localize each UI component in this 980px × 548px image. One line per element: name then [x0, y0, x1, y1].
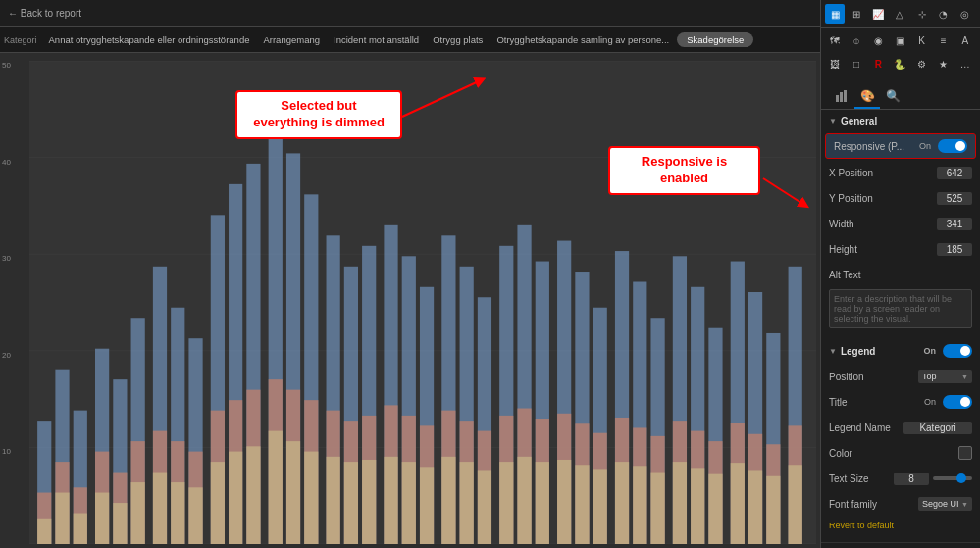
responsive-toggle[interactable] [938, 139, 967, 153]
title-toggle[interactable] [943, 395, 972, 409]
svg-rect-21 [113, 503, 127, 544]
legend-name-label: Legend Name [829, 423, 903, 433]
cat-tab-4[interactable]: Otrygg plats [427, 32, 489, 47]
legend-header[interactable]: ▼ Legend On [821, 338, 980, 364]
bar-chart-icon[interactable]: ▦ [825, 4, 845, 24]
color-swatch[interactable] [958, 446, 972, 460]
x-position-value[interactable]: 642 [937, 167, 972, 179]
more-icon[interactable]: … [955, 54, 975, 74]
text-size-slider[interactable] [933, 476, 972, 480]
gauge-icon[interactable]: ◉ [868, 30, 888, 50]
cat-tab-3[interactable]: Incident mot anställd [328, 32, 425, 47]
custom2-icon[interactable]: ★ [934, 54, 954, 74]
width-label: Width [829, 219, 937, 229]
cat-tab-1[interactable]: Annat otrygghetskapande eller ordningsst… [43, 32, 256, 47]
svg-rect-54 [327, 457, 340, 544]
svg-rect-78 [478, 470, 491, 544]
svg-rect-87 [536, 462, 549, 544]
width-value[interactable]: 341 [937, 218, 972, 230]
svg-rect-105 [650, 473, 664, 544]
chart-panel: ← Back to report Kategori Annat otrygghe… [0, 0, 820, 548]
svg-rect-57 [344, 462, 358, 544]
position-row: Position Top ▼ [821, 364, 980, 389]
svg-rect-27 [153, 473, 167, 544]
sub-tabs: 🎨 🔍 [821, 79, 980, 110]
svg-rect-39 [229, 452, 242, 544]
text-size-row: Text Size 8 [821, 466, 980, 491]
right-panel: ▦ ⊞ 📈 △ ⊹ ◔ ◎ 🗺 ⌽ ◉ ▣ K ≡ A 🖼 □ R 🐍 ⚙ ★ … [820, 0, 980, 548]
general-section: ▼ General Responsive (P... On X Position… [821, 110, 980, 330]
category-tabs: Kategori Annat otrygghetskapande eller o… [0, 27, 820, 53]
area-chart-icon[interactable]: △ [890, 4, 909, 24]
svg-rect-99 [615, 462, 629, 544]
height-label: Height [829, 244, 937, 255]
table-icon[interactable]: ⊞ [847, 4, 866, 24]
shape-icon[interactable]: □ [847, 54, 866, 74]
icon-row-1: ▦ ⊞ 📈 △ ⊹ ◔ ◎ [821, 0, 980, 28]
image-icon[interactable]: 🖼 [825, 54, 845, 74]
cat-tab-6[interactable]: Skadegörelse [677, 32, 753, 47]
cat-tab-2[interactable]: Arrangemang [257, 32, 326, 47]
text-size-label: Text Size [829, 473, 894, 484]
r-icon[interactable]: R [868, 54, 888, 74]
svg-rect-130 [840, 92, 843, 102]
donut-icon[interactable]: ◎ [955, 4, 975, 24]
scatter-icon[interactable]: ⊹ [912, 4, 932, 24]
svg-rect-60 [362, 460, 376, 544]
kpi-icon[interactable]: K [912, 30, 932, 50]
chart-area: 50 40 30 20 10 [0, 53, 820, 548]
y-axis: 50 40 30 20 10 [2, 61, 11, 544]
alt-text-area[interactable]: Enter a description that will be read by… [829, 289, 972, 328]
custom1-icon[interactable]: ⚙ [912, 54, 932, 74]
position-value: Top [922, 372, 937, 381]
line-chart-icon[interactable]: 📈 [868, 4, 888, 24]
map-icon[interactable]: 🗺 [825, 30, 845, 50]
y-position-value[interactable]: 525 [937, 192, 972, 205]
analytics-tab[interactable]: 🔍 [880, 85, 905, 109]
cat-tab-5[interactable]: Otrygghetskapande samling av persone... [490, 32, 675, 47]
x-axis-section[interactable]: ▼ X-Axis On [821, 542, 980, 548]
y-label-20: 20 [2, 351, 11, 360]
svg-rect-63 [384, 457, 397, 544]
svg-rect-30 [171, 482, 184, 544]
text-icon[interactable]: A [955, 30, 975, 50]
svg-rect-131 [844, 90, 847, 102]
svg-rect-51 [304, 452, 318, 544]
svg-rect-42 [246, 446, 260, 544]
svg-rect-114 [708, 474, 722, 544]
icon-row-2: 🗺 ⌽ ◉ ▣ K ≡ A [821, 28, 980, 52]
pie-chart-icon[interactable]: ◔ [934, 4, 954, 24]
x-position-row: X Position 642 [821, 160, 980, 185]
svg-rect-75 [460, 462, 474, 544]
py-icon[interactable]: 🐍 [890, 54, 909, 74]
visual-tab[interactable] [829, 85, 854, 109]
legend-section: ▼ Legend On Position Top ▼ Title On Lege… [821, 338, 980, 534]
responsive-label: Responsive (P... [834, 141, 919, 152]
alt-text-label: Alt Text [829, 270, 972, 280]
legend-title: Legend [841, 346, 876, 357]
title-row: Title On [821, 389, 980, 415]
general-header[interactable]: ▼ General [821, 110, 980, 132]
slicer-icon[interactable]: ≡ [934, 30, 954, 50]
y-label-10: 10 [2, 447, 11, 456]
svg-rect-129 [836, 95, 839, 102]
format-tab[interactable]: 🎨 [854, 85, 880, 109]
position-arrow: ▼ [961, 374, 968, 380]
y-label-30: 30 [2, 254, 11, 263]
text-size-value[interactable]: 8 [894, 473, 929, 485]
svg-rect-15 [74, 514, 87, 544]
revert-button[interactable]: Revert to default [821, 517, 980, 534]
legend-toggle[interactable] [943, 344, 972, 358]
y-label-40: 40 [2, 158, 11, 167]
back-link[interactable]: ← Back to report [8, 8, 81, 19]
funnel-icon[interactable]: ⌽ [847, 30, 866, 50]
legend-name-value[interactable]: Kategori [903, 422, 972, 434]
svg-rect-93 [575, 465, 589, 544]
position-dropdown[interactable]: Top ▼ [918, 370, 972, 383]
card-icon[interactable]: ▣ [890, 30, 909, 50]
height-value[interactable]: 185 [937, 243, 972, 256]
y-position-row: Y Position 525 [821, 185, 980, 211]
svg-rect-9 [37, 519, 51, 544]
font-family-dropdown[interactable]: Segoe UI ▼ [918, 497, 972, 511]
svg-rect-48 [286, 441, 300, 544]
